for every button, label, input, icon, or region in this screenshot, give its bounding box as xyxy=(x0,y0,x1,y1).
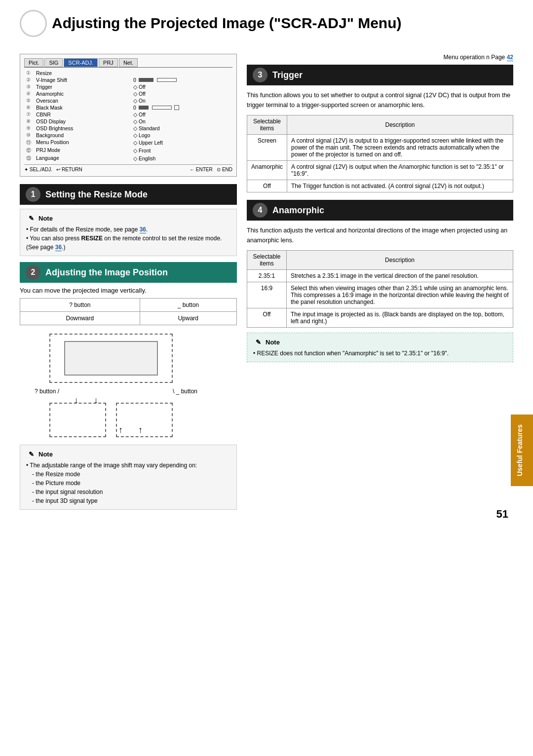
menu-footer-left: ✦ SEL./ADJ. ↩ RETURN xyxy=(24,167,82,172)
note-icon-4: ✎ xyxy=(253,337,263,347)
section3-item-screen: Screen xyxy=(247,135,287,161)
side-tab: Useful Features xyxy=(511,415,533,486)
section3-item-anamorphic: Anamorphic xyxy=(247,161,287,180)
section2-note: ✎ Note • The adjustable range of the ima… xyxy=(20,445,237,510)
section3-table-header: Selectableitems Description xyxy=(247,115,513,135)
section1: 1 Setting the Resize Mode ✎ Note • For d… xyxy=(20,184,237,256)
section4-table-header: Selectableitems Description xyxy=(247,251,513,270)
section3-desc-anamorphic: A control signal (12V) is output when th… xyxy=(287,161,513,180)
section4-desc-169: Select this when viewing images other th… xyxy=(287,282,513,308)
section3-header: 3 Trigger xyxy=(247,65,513,85)
section3-col-desc: Description xyxy=(287,115,513,135)
menu-tab-net: Net. xyxy=(119,58,138,67)
arrow-up-2: ↑ xyxy=(138,425,143,435)
section3-row-screen: Screen A control signal (12V) is output … xyxy=(247,135,513,161)
section2-number: 2 xyxy=(26,265,40,280)
menu-row-7: ⑦ CBNR ◇ Off xyxy=(24,111,232,118)
section2: 2 Adjusting the Image Position You can m… xyxy=(20,262,237,510)
menu-tab-prj: PRJ xyxy=(99,58,118,67)
menu-footer-right: ← ENTER ⊙ END xyxy=(190,167,232,172)
section4-row-off: Off The input image is projected as is. … xyxy=(247,308,513,328)
button-table-data-row: Downward Upward xyxy=(20,312,237,325)
section4-title: Anamorphic xyxy=(272,205,324,216)
menu-row-9: ⑨ OSD Brightness ◇ Standard xyxy=(24,125,232,132)
menu-row-1: ① Resize xyxy=(24,70,232,76)
menu-row-3: ③ Trigger ◇ Off xyxy=(24,83,232,90)
page-title: Adjusting the Projected Image ("SCR-ADJ"… xyxy=(52,15,402,32)
section2-button-table: ? button _ button Downward Upward xyxy=(20,298,237,325)
section3-title: Trigger xyxy=(272,70,303,80)
page-container: Adjusting the Projected Image ("SCR-ADJ"… xyxy=(0,0,533,535)
section4-header: 4 Anamorphic xyxy=(247,200,513,221)
button-table-header-left: ? button xyxy=(20,299,140,312)
section3-col-items: Selectableitems xyxy=(247,115,287,135)
section4-number: 4 xyxy=(253,203,267,218)
diagram-outer-bottom-left xyxy=(49,403,106,437)
menu-row-11: ⑪ Menu Position ◇ Upper Left xyxy=(24,139,232,147)
page-number: 51 xyxy=(496,508,508,521)
menu-page-link[interactable]: 42 xyxy=(507,54,513,61)
section2-note-content: • The adjustable range of the image shif… xyxy=(26,461,230,505)
menu-row-10: ⑩ Background ◇ Logo xyxy=(24,132,232,139)
image-position-diagram: ? button / \ _ button ↓ ↓ ↑ ↑ xyxy=(20,331,237,440)
section4-note-content: • RESIZE does not function when "Anamorp… xyxy=(253,349,507,358)
right-column: Menu operation n Page 42 3 Trigger This … xyxy=(247,54,513,516)
section1-ref1-link[interactable]: 36 xyxy=(140,226,146,233)
button-downward: Downward xyxy=(20,312,140,325)
section4-desc-off: The input image is projected as is. (Bla… xyxy=(287,308,513,328)
section4-row-235: 2.35:1 Stretches a 2.35:1 image in the v… xyxy=(247,270,513,282)
menu-footer: ✦ SEL./ADJ. ↩ RETURN ← ENTER ⊙ END xyxy=(24,164,232,172)
section4-intro: This function adjusts the vertical and h… xyxy=(247,226,513,245)
menu-row-4: ④ Anamorphic ◇ Off xyxy=(24,90,232,97)
section3-item-off: Off xyxy=(247,180,287,192)
left-column: Pict. SIG SCR-ADJ. PRJ Net. ① Resize ② V… xyxy=(20,54,237,516)
button-upward: Upward xyxy=(140,312,236,325)
menu-tab-sig: SIG xyxy=(44,58,63,67)
menu-tabs: Pict. SIG SCR-ADJ. PRJ Net. xyxy=(24,58,232,68)
section4: 4 Anamorphic This function adjusts the v… xyxy=(247,200,513,362)
menu-row-5: ⑤ Overscan ◇ On xyxy=(24,97,232,104)
section4-desc-235: Stretches a 2.35:1 image in the vertical… xyxy=(287,270,513,282)
section2-title: Adjusting the Image Position xyxy=(45,267,168,278)
section4-note-title: ✎ Note xyxy=(253,337,507,347)
menu-rows: ① Resize ② V-Image Shift 0 ③ Trigger ◇ O… xyxy=(24,70,232,162)
menu-row-13: ⑬ Language ◇ English xyxy=(24,154,232,162)
section1-note-title: ✎ Note xyxy=(26,213,230,223)
menu-operation: Menu operation n Page 42 xyxy=(247,54,513,61)
menu-row-6: ⑥ Black Mask 0 xyxy=(24,104,232,111)
section4-table: Selectableitems Description 2.35:1 Stret… xyxy=(247,250,513,328)
section1-header: 1 Setting the Resize Mode xyxy=(20,184,237,205)
diagram-label-right-button: \ _ button xyxy=(173,388,197,395)
section3: 3 Trigger This function allows you to se… xyxy=(247,65,513,192)
section4-item-169: 16:9 xyxy=(247,282,287,308)
note-icon: ✎ xyxy=(26,213,36,223)
diagram-outer-bottom-right xyxy=(116,403,173,437)
arrow-up-1: ↑ xyxy=(118,425,123,435)
section3-row-anamorphic: Anamorphic A control signal (12V) is out… xyxy=(247,161,513,180)
section2-note-title: ✎ Note xyxy=(26,449,230,459)
title-circle xyxy=(20,10,47,37)
section3-intro: This function allows you to set whether … xyxy=(247,90,513,110)
section3-row-off: Off The Trigger function is not activate… xyxy=(247,180,513,192)
section4-item-235: 2.35:1 xyxy=(247,270,287,282)
menu-row-2: ② V-Image Shift 0 xyxy=(24,76,232,83)
diagram-label-left-button: ? button / xyxy=(35,388,59,395)
section3-desc-screen: A control signal (12V) is output to a tr… xyxy=(287,135,513,161)
section1-note-content: • For details of the Resize mode, see pa… xyxy=(26,225,230,252)
button-table-header-row: ? button _ button xyxy=(20,299,237,312)
note-icon-2: ✎ xyxy=(26,449,36,459)
menu-tab-scradj: SCR-ADJ. xyxy=(64,58,98,67)
section3-desc-off: The Trigger function is not activated. (… xyxy=(287,180,513,192)
menu-row-12: ⑫ PRJ Mode ◇ Front xyxy=(24,147,232,154)
section4-row-169: 16:9 Select this when viewing images oth… xyxy=(247,282,513,308)
section2-intro: You can move the projected image vertica… xyxy=(20,287,237,294)
section1-note: ✎ Note • For details of the Resize mode,… xyxy=(20,209,237,256)
section4-item-off: Off xyxy=(247,308,287,328)
menu-tab-pict: Pict. xyxy=(24,58,43,67)
menu-row-8: ⑧ OSD Display ◇ On xyxy=(24,118,232,125)
section4-note: ✎ Note • RESIZE does not function when "… xyxy=(247,333,513,362)
section4-col-desc: Description xyxy=(287,251,513,270)
section3-table: Selectableitems Description Screen A con… xyxy=(247,115,513,192)
section1-ref2-link[interactable]: 36 xyxy=(55,244,62,251)
diagram-inner-top xyxy=(64,341,158,376)
